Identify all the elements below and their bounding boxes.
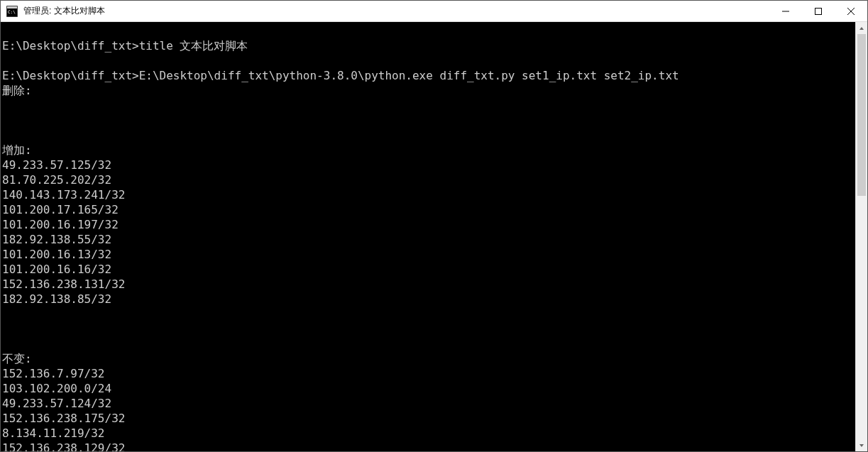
terminal-line: 152.136.238.131/32 xyxy=(2,277,854,292)
maximize-button[interactable] xyxy=(802,1,835,21)
terminal-line: 101.200.16.197/32 xyxy=(2,217,854,232)
titlebar[interactable]: C:\ 管理员: 文本比对脚本 xyxy=(1,1,867,22)
svg-rect-4 xyxy=(815,8,822,14)
scroll-down-arrow-icon[interactable] xyxy=(856,439,867,451)
scroll-thumb[interactable] xyxy=(857,34,866,196)
terminal-line xyxy=(2,128,854,143)
scroll-track[interactable] xyxy=(856,34,867,439)
terminal-line xyxy=(2,321,854,336)
terminal-line: 49.233.57.124/32 xyxy=(2,396,854,411)
terminal-line: 140.143.173.241/32 xyxy=(2,187,854,202)
svg-rect-1 xyxy=(7,6,17,9)
terminal-line xyxy=(2,23,854,38)
terminal-line: 103.102.200.0/24 xyxy=(2,381,854,396)
terminal-line xyxy=(2,53,854,68)
terminal-line xyxy=(2,98,854,113)
terminal-line xyxy=(2,307,854,321)
content-area: E:\Desktop\diff_txt>title 文本比对脚本E:\Deskt… xyxy=(1,22,867,451)
terminal-line: 152.136.7.97/32 xyxy=(2,366,854,381)
vertical-scrollbar[interactable] xyxy=(855,22,867,451)
close-button[interactable] xyxy=(835,1,867,21)
terminal-window: C:\ 管理员: 文本比对脚本 E:\Desktop\diff_txt>titl… xyxy=(0,0,868,452)
terminal-line: 101.200.16.13/32 xyxy=(2,247,854,262)
terminal-line: 182.92.138.55/32 xyxy=(2,232,854,247)
terminal-output[interactable]: E:\Desktop\diff_txt>title 文本比对脚本E:\Deskt… xyxy=(1,22,855,451)
terminal-line: 152.136.238.129/32 xyxy=(2,441,854,451)
terminal-line: E:\Desktop\diff_txt>title 文本比对脚本 xyxy=(2,38,854,53)
svg-marker-8 xyxy=(859,444,864,447)
svg-text:C:\: C:\ xyxy=(8,9,16,14)
titlebar-left: C:\ 管理员: 文本比对脚本 xyxy=(1,5,105,17)
terminal-line: 49.233.57.125/32 xyxy=(2,158,854,172)
terminal-line: 152.136.238.175/32 xyxy=(2,411,854,426)
terminal-line: 增加: xyxy=(2,143,854,158)
scroll-up-arrow-icon[interactable] xyxy=(856,22,867,34)
terminal-line: 81.70.225.202/32 xyxy=(2,172,854,187)
cmd-icon: C:\ xyxy=(6,6,18,17)
terminal-line: 101.200.16.16/32 xyxy=(2,262,854,277)
terminal-line: 8.134.11.219/32 xyxy=(2,426,854,441)
minimize-button[interactable] xyxy=(769,1,802,21)
window-controls xyxy=(769,1,867,21)
window-title: 管理员: 文本比对脚本 xyxy=(23,5,105,17)
terminal-line: E:\Desktop\diff_txt>E:\Desktop\diff_txt\… xyxy=(2,68,854,83)
terminal-line: 101.200.17.165/32 xyxy=(2,202,854,217)
terminal-line: 不变: xyxy=(2,351,854,366)
terminal-line: 182.92.138.85/32 xyxy=(2,292,854,307)
terminal-line: 删除: xyxy=(2,83,854,98)
terminal-line xyxy=(2,336,854,351)
terminal-line xyxy=(2,113,854,128)
svg-marker-7 xyxy=(859,27,864,30)
